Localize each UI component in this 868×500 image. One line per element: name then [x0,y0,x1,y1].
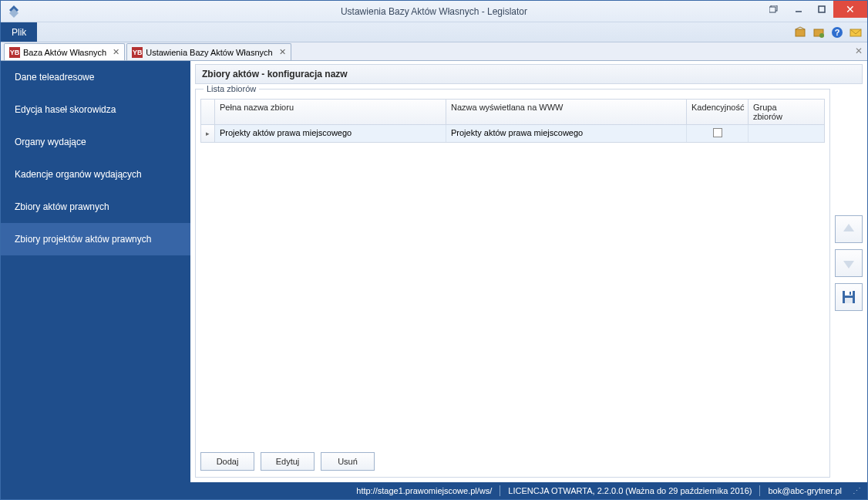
resize-grip-icon[interactable]: ⋰ [853,486,861,496]
minimize-button[interactable] [787,1,810,18]
fieldset-lista-zbiorow: Lista zbiorów Pełna nazwa zbioru Nazwa w… [195,89,830,478]
row-indicator-header [201,100,215,124]
status-separator [500,485,500,496]
document-tabbar: YB Baza Aktów Własnych ✕ YB Ustawienia B… [1,42,867,61]
restore-down-icon[interactable] [762,1,786,18]
cell-www-name: Projekty aktów prawa miejscowego [446,125,687,142]
table-row[interactable]: ▸ Projekty aktów prawa miejscowego Proje… [201,125,824,142]
svg-rect-13 [849,292,851,295]
toolbar-icon-2[interactable] [812,25,826,39]
delete-button[interactable]: Usuń [321,452,375,471]
help-icon[interactable]: ? [830,25,844,39]
sidebar-item-edycja-hasel[interactable]: Edycja haseł skorowidza [1,93,190,126]
status-email: bok@abc-grytner.pl [768,486,842,495]
tab-badge-icon: YB [9,47,20,58]
svg-rect-4 [796,29,805,36]
status-license: LICENCJA OTWARTA, 2.2.0.0 (Ważna do 29 p… [508,486,752,495]
status-separator [759,485,760,496]
sidebar-item-organy-wydajace[interactable]: Organy wydające [1,126,190,158]
add-button[interactable]: Dodaj [200,452,254,471]
edit-button[interactable]: Edytuj [261,452,315,471]
tab-label: Baza Aktów Własnych [23,48,106,57]
move-down-button[interactable] [835,249,863,277]
cell-cadence [687,125,749,142]
cell-full-name: Projekty aktów prawa miejscowego [215,125,446,142]
save-button[interactable] [835,283,863,311]
sidebar-item-kadencje[interactable]: Kadencje organów wydających [1,158,190,191]
tab-baza-aktow[interactable]: YB Baza Aktów Własnych ✕ [4,43,125,60]
tab-badge-icon: YB [132,47,143,58]
fieldset-legend: Lista zbiorów [204,84,259,93]
sidebar-item-dane-teleadresowe[interactable]: Dane teleadresowe [1,61,190,93]
statusbar: http://stage1.prawomiejscowe.pl/ws/ LICE… [1,482,867,499]
column-header-full-name[interactable]: Pełna nazwa zbioru [215,100,446,124]
svg-rect-12 [845,298,853,303]
tab-close-icon[interactable]: ✕ [279,47,286,57]
tab-label: Ustawienia Bazy Aktów Własnych [146,48,272,57]
sidebar-item-zbiory-projektow[interactable]: Zbiory projektów aktów prawnych [1,223,190,255]
menubar: Plik ? [1,22,867,42]
cadence-checkbox[interactable] [713,128,722,137]
column-header-www-name[interactable]: Nazwa wyświetlana na WWW [446,100,687,124]
svg-rect-3 [819,6,825,12]
tabs-overflow-close-icon[interactable]: ✕ [855,46,863,56]
app-logo-icon [7,5,21,19]
sidebar: Dane teleadresowe Edycja haseł skorowidz… [1,61,190,482]
tab-close-icon[interactable]: ✕ [113,47,119,57]
mail-icon[interactable] [849,25,863,39]
column-header-cadence[interactable]: Kadencyjność [687,100,749,124]
cell-group [749,125,812,142]
window-title: Ustawienia Bazy Aktów Własnych - Legisla… [341,6,527,17]
svg-text:?: ? [835,28,840,37]
svg-point-6 [819,33,824,38]
svg-rect-1 [769,7,775,12]
grid-header: Pełna nazwa zbioru Nazwa wyświetlana na … [201,100,824,125]
status-url: http://stage1.prawomiejscowe.pl/ws/ [356,486,492,495]
close-button[interactable]: ✕ [833,1,867,18]
sidebar-item-zbiory-aktow[interactable]: Zbiory aktów prawnych [1,191,190,223]
titlebar: Ustawienia Bazy Aktów Własnych - Legisla… [1,1,867,22]
move-up-button[interactable] [835,215,863,243]
section-header: Zbiory aktów - konfiguracja nazw [195,64,863,84]
menu-file[interactable]: Plik [1,22,37,42]
row-indicator-icon: ▸ [201,125,215,142]
svg-rect-11 [845,291,853,296]
maximize-button[interactable] [810,1,833,18]
toolbar-icon-1[interactable] [793,25,807,39]
column-header-group[interactable]: Grupa zbiorów [749,100,812,124]
tab-ustawienia[interactable]: YB Ustawienia Bazy Aktów Własnych ✕ [126,43,291,60]
grid: Pełna nazwa zbioru Nazwa wyświetlana na … [200,99,825,143]
